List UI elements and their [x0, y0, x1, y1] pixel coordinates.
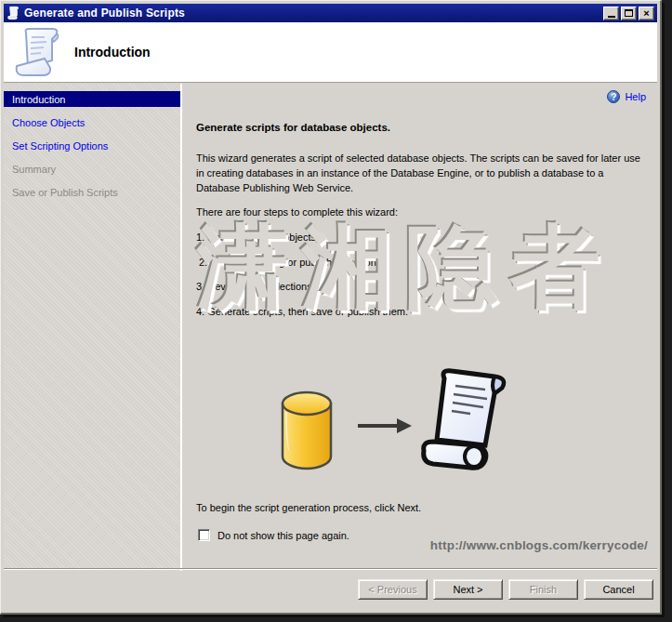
previous-button: < Previous	[358, 579, 428, 600]
help-icon: ?	[607, 90, 620, 103]
database-to-script-illustration	[184, 365, 657, 486]
sidebar-item-label: Set Scripting Options	[12, 140, 108, 152]
maximize-icon	[625, 9, 633, 17]
help-link[interactable]: ? Help	[607, 90, 646, 103]
sidebar-item-summary: Summary	[4, 161, 180, 177]
wizard-steps-sidebar: Introduction Choose Objects Set Scriptin…	[4, 84, 182, 571]
content-heading: Generate scripts for database objects.	[196, 122, 390, 133]
sidebar-item-set-scripting-options[interactable]: Set Scripting Options	[4, 138, 180, 153]
wizard-body: Introduction Choose Objects Set Scriptin…	[4, 84, 657, 571]
maximize-button[interactable]	[621, 7, 637, 20]
window-title: Generate and Publish Scripts	[24, 7, 603, 20]
wizard-header: Introduction	[4, 22, 657, 83]
close-button[interactable]: ×	[639, 7, 654, 20]
url-watermark: http://www.cnblogs.com/kerrycode/	[430, 538, 648, 552]
begin-note: To begin the script generation process, …	[196, 502, 421, 513]
button-bar: < Previous Next > Finish Cancel	[4, 568, 657, 610]
title-bar: Generate and Publish Scripts ×	[4, 4, 657, 22]
step-item-1: 1. Select database objects.	[196, 232, 319, 243]
sidebar-item-label: Summary	[12, 164, 56, 175]
minimize-button[interactable]	[603, 7, 619, 20]
scroll-icon	[7, 6, 20, 20]
close-icon: ×	[643, 8, 649, 19]
script-scroll-icon	[416, 365, 511, 479]
step-item-3: 3. Review your selections.	[196, 281, 315, 292]
help-label: Help	[625, 91, 646, 102]
wizard-content: ? Help Generate scripts for database obj…	[184, 84, 657, 571]
minimize-icon	[608, 16, 615, 18]
finish-button: Finish	[508, 579, 578, 600]
next-button[interactable]: Next >	[433, 579, 503, 600]
sidebar-item-save-or-publish: Save or Publish Scripts	[4, 184, 180, 200]
checkbox-label[interactable]: Do not show this page again.	[217, 530, 349, 541]
page-title: Introduction	[74, 45, 151, 60]
sidebar-item-choose-objects[interactable]: Choose Objects	[4, 114, 180, 130]
wizard-dialog: Generate and Publish Scripts × Introduct…	[0, 0, 662, 615]
step-item-4: 4. Generate scripts, then save or publis…	[196, 306, 408, 317]
scroll-page-icon	[13, 27, 61, 78]
database-icon	[279, 390, 335, 473]
do-not-show-again-row[interactable]: Do not show this page again.	[198, 529, 349, 541]
arrow-right-icon	[356, 417, 414, 435]
sidebar-item-label: Introduction	[12, 94, 65, 105]
cancel-button[interactable]: Cancel	[584, 579, 653, 600]
step-item-2: 2. Specify scripting or publishing optio…	[199, 257, 384, 268]
sidebar-item-label: Choose Objects	[12, 117, 85, 128]
sidebar-item-label: Save or Publish Scripts	[12, 187, 118, 198]
intro-paragraph: This wizard generates a script of select…	[196, 151, 648, 195]
do-not-show-again-checkbox[interactable]	[198, 529, 210, 541]
sidebar-item-introduction[interactable]: Introduction	[4, 91, 180, 107]
steps-intro: There are four steps to complete this wi…	[196, 206, 398, 218]
